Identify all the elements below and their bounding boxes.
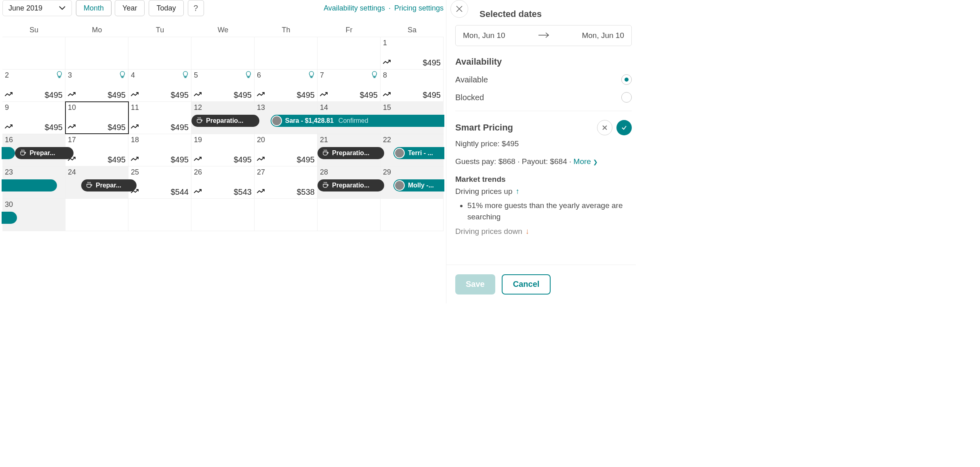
day-number: 1	[383, 39, 441, 47]
calendar-cell[interactable]	[381, 199, 444, 231]
trend-icon	[131, 156, 140, 164]
calendar-cell[interactable]: 3$495	[65, 69, 128, 101]
coffee-icon	[20, 149, 26, 157]
calendar-cell[interactable]: 9$495	[2, 102, 65, 134]
calendar-week: 232425$54426$54327$5382829Prepar...Prepa…	[2, 166, 444, 199]
booking-continuation[interactable]	[2, 147, 15, 159]
preparation-event[interactable]: Prepar...	[81, 179, 137, 191]
calendar-cell[interactable]: 20$495	[254, 134, 318, 166]
booking-event[interactable]: Sara - $1,428.81Confirmed	[271, 115, 444, 127]
calendar-cell[interactable]: 6$495	[254, 69, 318, 101]
radio-on-icon	[621, 74, 632, 85]
calendar-cell[interactable]	[254, 199, 318, 231]
smart-pricing-title: Smart Pricing	[455, 122, 513, 133]
day-number: 23	[5, 168, 63, 177]
calendar-cell[interactable]	[191, 37, 254, 69]
close-icon	[456, 5, 463, 13]
side-panel: Selected dates Mon, Jun 10 Mon, Jun 10 A…	[446, 0, 636, 303]
market-trends-title: Market trends	[455, 175, 632, 184]
toolbar: June 2019 Month Year Today ? Availabilit…	[2, 0, 444, 16]
coffee-icon	[322, 149, 329, 157]
day-number: 11	[131, 103, 189, 112]
view-month-button[interactable]: Month	[76, 0, 111, 16]
cell-price: $495	[171, 155, 189, 164]
calendar-cell[interactable]: 27$538	[254, 166, 318, 198]
smart-pricing-off-button[interactable]	[597, 120, 612, 135]
calendar-cell[interactable]	[318, 37, 381, 69]
cell-price: $495	[360, 90, 378, 100]
calendar-cell[interactable]: 4$495	[128, 69, 191, 101]
day-number: 29	[383, 168, 441, 177]
lightbulb-icon	[245, 71, 252, 80]
availability-settings-link[interactable]: Availability settings	[324, 4, 385, 12]
calendar-cell[interactable]: 26$543	[191, 166, 254, 198]
today-button[interactable]: Today	[149, 0, 183, 16]
calendar-cell[interactable]: 1$495	[381, 37, 444, 69]
trend-icon	[131, 92, 140, 99]
pricing-settings-link[interactable]: Pricing settings	[394, 4, 444, 12]
calendar-cell[interactable]: 5$495	[191, 69, 254, 101]
calendar-cell[interactable]: 10$495	[65, 102, 128, 134]
close-button[interactable]	[450, 0, 468, 18]
date-from: Mon, Jun 10	[463, 31, 505, 40]
calendar-cell[interactable]	[2, 37, 65, 69]
preparation-event[interactable]: Preparatio...	[191, 115, 259, 127]
day-number: 9	[5, 103, 63, 112]
calendar-cell[interactable]	[65, 199, 128, 231]
booking-continuation[interactable]	[2, 212, 17, 224]
preparation-event[interactable]: Preparatio...	[318, 179, 384, 191]
booking-continuation[interactable]	[2, 179, 57, 191]
view-year-button[interactable]: Year	[115, 0, 145, 16]
save-button[interactable]: Save	[455, 274, 495, 295]
calendar-cell[interactable]: 18$495	[128, 134, 191, 166]
event-label: Preparatio...	[332, 182, 369, 189]
calendar-cell[interactable]	[128, 199, 191, 231]
calendar-cell[interactable]	[191, 199, 254, 231]
view-segment: Month Year	[76, 0, 145, 16]
calendar-cell[interactable]	[254, 37, 318, 69]
calendar-cell[interactable]: 7$495	[318, 69, 381, 101]
booking-event[interactable]: Terri - ...	[393, 147, 444, 159]
trend-icon	[5, 92, 14, 99]
calendar-cell[interactable]	[65, 37, 128, 69]
day-number: 19	[194, 136, 252, 144]
guest-payout-line: Guests pay: $868 · Payout: $684 · More ❯	[455, 157, 632, 166]
date-to: Mon, Jun 10	[582, 31, 624, 40]
coffee-icon	[322, 181, 329, 189]
trend-icon	[194, 189, 203, 196]
calendar-cell[interactable]: 11$495	[128, 102, 191, 134]
check-icon	[621, 125, 627, 130]
calendar-cell[interactable]	[128, 37, 191, 69]
month-picker[interactable]: June 2019	[2, 0, 72, 16]
lightbulb-icon	[371, 71, 378, 80]
available-option[interactable]: Available	[455, 74, 632, 85]
calendar-cell[interactable]: 8$495	[381, 69, 444, 101]
more-link[interactable]: More	[574, 157, 591, 166]
booking-event[interactable]: Molly -...	[393, 179, 444, 191]
cell-price: $543	[234, 187, 252, 197]
available-label: Available	[455, 75, 488, 84]
preparation-event[interactable]: Preparatio...	[318, 147, 384, 159]
calendar-week: 2$4953$4954$4955$4956$4957$4958$495	[2, 69, 444, 102]
day-number: 5	[194, 71, 252, 80]
calendar-cell[interactable]: 25$544	[128, 166, 191, 198]
help-button[interactable]: ?	[188, 0, 204, 16]
driving-up-line: Driving prices up ↑	[455, 187, 632, 196]
avatar-icon	[394, 180, 405, 191]
coffee-icon	[86, 181, 93, 189]
trend-icon	[257, 156, 266, 164]
cell-price: $538	[297, 187, 315, 197]
smart-pricing-on-button[interactable]	[616, 120, 632, 135]
calendar-cell[interactable]: 2$495	[2, 69, 65, 101]
cancel-button[interactable]: Cancel	[502, 274, 551, 295]
preparation-event[interactable]: Prepar...	[15, 147, 74, 159]
nightly-price-text: Nightly price: $495	[455, 139, 632, 148]
blocked-option[interactable]: Blocked	[455, 92, 632, 103]
date-range-input[interactable]: Mon, Jun 10 Mon, Jun 10	[455, 25, 632, 46]
calendar-cell[interactable]	[318, 199, 381, 231]
question-icon: ?	[193, 4, 198, 13]
month-label: June 2019	[8, 4, 42, 13]
dow-fr: Fr	[318, 26, 381, 37]
calendar-cell[interactable]: 19$495	[191, 134, 254, 166]
calendar-cell[interactable]: 17$495	[65, 134, 128, 166]
